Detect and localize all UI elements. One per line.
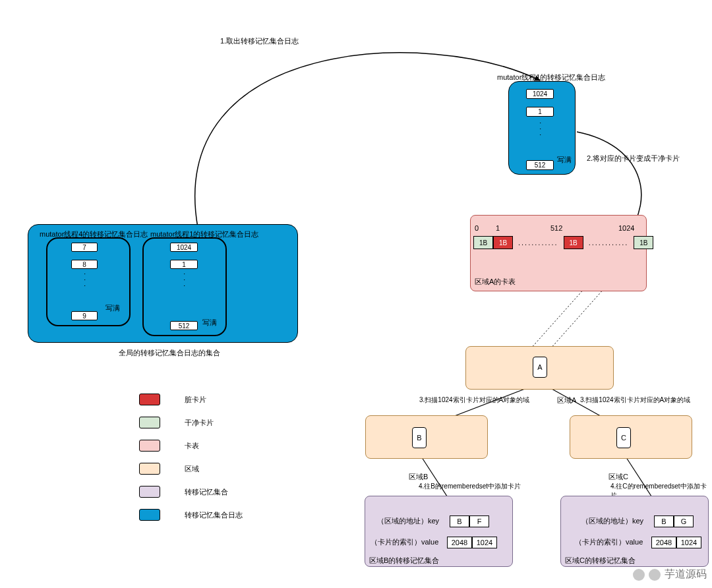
- gr-state: 写满: [202, 318, 217, 328]
- remc-key-1: G: [674, 515, 694, 527]
- legend-swatch-0: [139, 394, 160, 405]
- card-2: 1B: [564, 236, 583, 249]
- region-c-label: C: [616, 427, 631, 448]
- legend-label-5: 转移记忆集合日志: [185, 510, 243, 520]
- watermark-icon: [633, 569, 645, 581]
- legend-label-2: 卡表: [185, 441, 199, 451]
- remb-val-0: 2048: [447, 537, 472, 548]
- region-a-caption: 区域A: [557, 396, 576, 405]
- step2-label: 2.将对应的卡片变成干净卡片: [587, 154, 680, 163]
- gr-cell-0: 1024: [170, 243, 198, 252]
- region-c: [570, 415, 692, 459]
- region-b: [365, 415, 488, 459]
- card-1: 1B: [493, 236, 513, 249]
- legend-swatch-4: [139, 486, 160, 498]
- legend-swatch-1: [139, 417, 160, 428]
- mut1-state: 写满: [557, 155, 572, 165]
- region-b-label: B: [412, 427, 427, 448]
- gl-state: 写满: [105, 303, 120, 313]
- gl-cell-2: 9: [71, 311, 98, 320]
- ct-tick-0: 0: [475, 224, 479, 232]
- legend-swatch-5: [139, 509, 160, 521]
- remc-key-0: B: [654, 515, 674, 527]
- legend-swatch-2: [139, 440, 160, 452]
- legend-label-0: 脏卡片: [185, 395, 206, 405]
- remb-key-label: （区域的地址）key: [377, 516, 439, 526]
- gl-cell-0: 7: [71, 243, 98, 252]
- watermark: 芋道源码: [633, 568, 707, 581]
- legend-swatch-3: [139, 463, 160, 475]
- card-table-caption: 区域A的卡表: [475, 277, 516, 287]
- watermark-icon-2: [649, 569, 661, 581]
- remb-caption: 区域B的转移记忆集合: [369, 556, 439, 566]
- region-b-caption: 区域B: [409, 472, 428, 482]
- mut1-cell-2: 512: [526, 160, 554, 170]
- legend-label-3: 区域: [185, 464, 199, 474]
- remb-val-label: （卡片的索引）value: [371, 537, 438, 547]
- remb-val-1: 1024: [472, 537, 497, 548]
- remc-key-label: （区域的地址）key: [581, 516, 643, 526]
- global-set-caption: 全局的转移记忆集合日志的集合: [119, 348, 220, 358]
- gr-cell-2: 512: [170, 321, 198, 330]
- remc-val-0: 2048: [651, 537, 676, 548]
- ct-tick-2: 512: [550, 224, 562, 232]
- mut1-cell-1: 1: [526, 107, 554, 117]
- remc-val-label: （卡片的索引）value: [575, 537, 643, 547]
- mut1-cell-0: 1024: [526, 89, 554, 99]
- ct-tick-3: 1024: [618, 224, 634, 232]
- legend-label-4: 转移记忆集合: [185, 487, 228, 497]
- remc-val-1: 1024: [676, 537, 701, 548]
- card-dots-1: ............: [518, 239, 558, 247]
- gr-cell-1: 1: [170, 260, 198, 269]
- remc-caption: 区域C的转移记忆集合: [565, 556, 636, 566]
- card-dots-2: ............: [589, 239, 629, 247]
- mut1-dots: ...: [539, 122, 547, 140]
- remb-key-1: F: [469, 515, 489, 527]
- step1-label: 1.取出转移记忆集合日志: [220, 36, 299, 46]
- step3b-label: 3.扫描1024索引卡片对应的A对象的域: [580, 396, 690, 405]
- card-0: 1B: [473, 236, 493, 249]
- card-3: 1B: [634, 236, 653, 249]
- region-a-label: A: [533, 357, 547, 378]
- ct-tick-1: 1: [496, 224, 500, 232]
- gr-dots: ...: [183, 273, 191, 291]
- step3a-label: 3.扫描1024索引卡片对应的A对象的域: [419, 396, 529, 405]
- remb-key-0: B: [450, 515, 469, 527]
- gl-cell-1: 8: [71, 260, 98, 269]
- gl-dots: ...: [83, 273, 91, 291]
- watermark-text: 芋道源码: [665, 568, 707, 581]
- step4a-label: 4.往B的rememberedset中添加卡片: [419, 482, 521, 491]
- region-c-caption: 区域C: [608, 472, 628, 482]
- legend-label-1: 干净卡片: [185, 418, 214, 428]
